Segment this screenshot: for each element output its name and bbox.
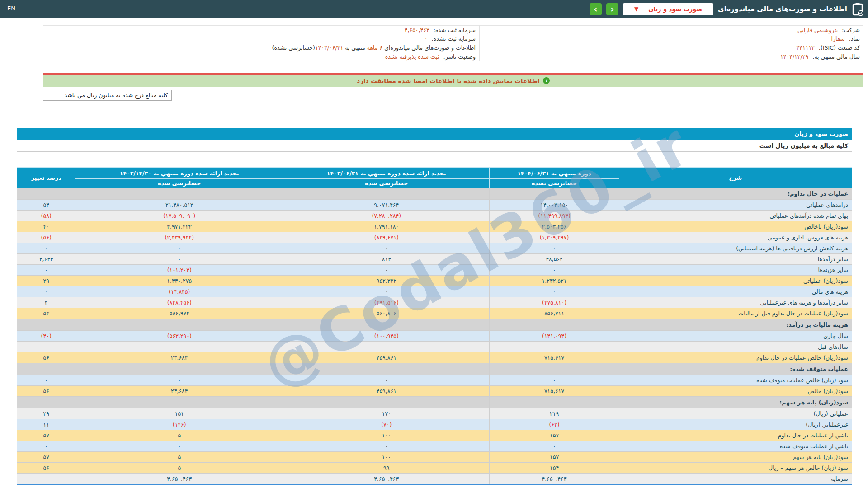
value-cell: ۰ [283,265,490,276]
value-cell: (۱۴۱,۰۹۴) [490,331,619,342]
change-percent-cell: ۰ [17,375,75,386]
change-percent-cell: (۵۶) [17,232,75,243]
language-switch-en[interactable]: EN [7,5,15,12]
statement-type-value: صورت سود و زیان [648,6,702,13]
value-cell: (۵۶۳,۲۹۰) [75,331,283,342]
registered-capital-value: ۴,۶۵۰,۴۶۳ [405,27,429,33]
table-row: سود(زیان) عملیاتي۱,۲۳۲,۵۲۱۹۵۲,۳۲۲۱,۴۳۰,۲… [17,276,852,286]
section-empty-cell [283,319,490,331]
value-cell: (۳۹۱,۵۱۶) [283,297,490,308]
value-cell: ۴۵۹,۸۶۱ [283,352,490,363]
signed-data-banner: i اطلاعات نمایش داده شده با اطلاعات امضا… [43,73,863,87]
statement-type-dropdown[interactable]: ▼ صورت سود و زیان [623,3,713,15]
row-label: عملیاتي (ریال) [619,408,852,419]
change-percent-cell: ۰ [17,265,75,276]
value-cell: ۴,۶۵۰,۴۶۳ [283,474,490,484]
value-cell: (۱۰۱,۲۰۳) [75,265,283,276]
row-label: درآمدهاي عملیاتي [619,200,852,211]
table-row: ناشي از عملیات متوقف شده۰۰۰۰ [17,441,852,452]
report-title: اطلاعات و صورت‌های مالی میاندوره‌ای [718,5,847,13]
period-desc-part1: اطلاعات و صورت‌های مالی میاندوره‌ای [382,44,476,51]
value-cell: ۰ [75,375,283,386]
row-label: سال‌های قبل [619,342,852,352]
table-row: بهای تمام شده درآمدهای عملیاتی(۱۱,۴۹۹,۸۹… [17,211,852,221]
chevron-right-icon: › [611,5,614,14]
next-statement-button[interactable]: › [606,3,618,15]
header-period-restated-year: تجدید ارائه شده دوره منتهي به ۱۴۰۳/۱۲/۳۰ [75,168,283,179]
change-percent-cell: ۵۷ [17,430,75,441]
row-label: هزینه های فروش، اداری و عمومی [619,232,852,243]
value-cell: ۰ [490,243,619,254]
value-cell: ۱۵۴ [490,463,619,474]
value-cell: ۱۵۷ [490,452,619,463]
info-row-fiscal-year: سال مالی منتهی به: ۱۴۰۴/۱۲/۲۹ [480,52,863,61]
row-label: هزینه کاهش ارزش دریافتنی ها (هزینه استثن… [619,243,852,254]
info-row-isic: کد صنعت (ISIC): ۴۴۱۱۱۲ [480,43,863,52]
section-empty-cell [75,319,283,331]
value-cell: ۸۵۶,۷۱۱ [490,308,619,319]
value-cell: ۱۰۰ [283,430,490,441]
value-cell: (۱۷,۵۰۹,۰۹۰) [75,211,283,221]
row-label: سایر درآمدها و هزینه های غیرعملیاتی [619,297,852,308]
value-cell: ۲۳,۶۸۴ [75,352,283,363]
table-row: سایر درآمدها و هزینه های غیرعملیاتی(۳۷۵,… [17,297,852,308]
section-empty-cell [490,397,619,408]
change-percent-cell: ۵۶ [17,386,75,397]
change-percent-cell: ۴۰ [17,221,75,232]
value-cell: (۸۲۸,۴۵۶) [75,297,283,308]
value-cell: (۷۰) [283,419,490,430]
section-empty-cell [490,319,619,331]
value-cell: ۲,۵۰۳,۲۵۶ [490,221,619,232]
isic-label: کد صنعت (ISIC): [819,44,860,51]
row-label: سایر هزینه‌ها [619,265,852,276]
section-row: عملیات در حال تداوم: [17,188,852,200]
row-label: سایر درآمدها [619,254,852,265]
publisher-status-label: وضعیت ناشر: [443,53,476,60]
company-info-left: سرمایه ثبت شده: ۴,۶۵۰,۴۶۳ سرمایه ثبت نشد… [43,25,479,61]
section-empty-cell [490,188,619,200]
change-percent-cell: ۵۶ [17,352,75,363]
row-label: ناشي از عملیات در حال تداوم [619,430,852,441]
chevron-down-icon: ▼ [634,6,638,12]
table-row: سایر هزینه‌ها۰۰(۱۰۱,۲۰۳)۰ [17,265,852,276]
value-cell: (۷,۲۸۰,۲۸۴) [283,211,490,221]
previous-statement-button[interactable]: ‹ [590,3,602,15]
value-cell: (۶۲) [490,419,619,430]
value-cell: (۲,۴۳۹,۹۴۴) [75,232,283,243]
value-cell: ۰ [75,441,283,452]
unregistered-capital-label: سرمایه ثبت نشده: [432,35,476,42]
section-row: هزینه مالیات بر درآمد: [17,319,852,331]
table-row: سال‌های قبل۰۰۰۰ [17,342,852,352]
value-cell: ۲۳,۶۸۴ [75,386,283,397]
table-row: سایر درآمدها۳۸,۵۶۲۸۱۳۰۴,۶۴۳ [17,254,852,265]
table-row: غیرعملیاتي (ریال)(۶۲)(۷۰)(۱۴۶)۱۱ [17,419,852,430]
info-row-period-description: اطلاعات و صورت‌های مالی میاندوره‌ای ۶ ما… [43,43,479,52]
statement-subtitle-bar: کلیه مبالغ به میلیون ریال است [17,140,852,152]
section-label: هزینه مالیات بر درآمد: [619,319,852,331]
value-cell: ۹۵۲,۳۲۲ [283,276,490,286]
section-empty-cell [17,188,75,200]
value-cell: ۵ [75,430,283,441]
section-empty-cell [75,397,283,408]
clipboard-icon [852,2,863,16]
isic-value: ۴۴۱۱۱۲ [797,44,815,51]
header-period-current: دوره منتهي به ۱۴۰۴/۰۶/۳۱ [490,168,619,179]
header-unaudited: حسابرسی نشده [490,179,619,188]
section-empty-cell [17,363,75,375]
row-label: سود(زیان) ناخالص [619,221,852,232]
value-cell: (۱۱,۴۹۹,۸۹۴) [490,211,619,221]
row-label: غیرعملیاتي (ریال) [619,419,852,430]
change-percent-cell: ۴ [17,297,75,308]
info-row-symbol: نماد: شفارا [480,34,863,43]
table-row: هزینه های فروش، اداری و عمومی(۱,۳۰۹,۲۹۷)… [17,232,852,243]
table-row: سود (زیان) خالص عملیات متوقف شده۰۰۰۰ [17,375,852,386]
info-row-publisher-status: وضعیت ناشر: ثبت شده پذیرفته نشده [43,52,479,61]
period-desc-part3: (حسابرسی نشده) [272,44,315,51]
row-label: سود (زیان) خالص هر سهم – ریال [619,463,852,474]
unregistered-capital-value: ۰ [425,35,428,42]
value-cell: ۰ [283,342,490,352]
chevron-left-icon: ‹ [594,5,598,14]
value-cell: ۹۹ [283,463,490,474]
value-cell: ۵ [75,463,283,474]
table-row: سرمایه۴,۶۵۰,۴۶۳۴,۶۵۰,۴۶۳۴,۶۵۰,۴۶۳۰ [17,474,852,484]
